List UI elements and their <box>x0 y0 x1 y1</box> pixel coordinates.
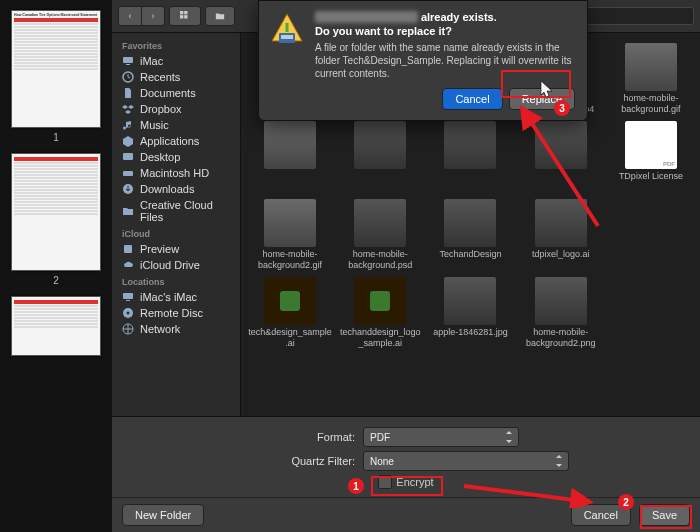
format-popup[interactable]: PDF <box>363 427 519 447</box>
desktop-icon <box>122 151 134 163</box>
file-label: home-mobile-background.psd <box>338 249 422 271</box>
file-thumb-icon <box>354 199 406 247</box>
file-label <box>519 171 603 193</box>
file-item[interactable]: home-mobile-background2.gif <box>248 197 332 271</box>
sidebar-item-music[interactable]: Music <box>112 117 240 133</box>
file-thumb-icon <box>264 199 316 247</box>
page-thumb-2[interactable] <box>11 153 101 271</box>
file-thumb-icon <box>535 277 587 325</box>
globe-icon <box>122 323 134 335</box>
warning-icon <box>269 11 305 47</box>
svg-rect-19 <box>281 35 293 39</box>
quartz-filter-label: Quartz Filter: <box>205 455 355 467</box>
svg-rect-4 <box>123 57 133 63</box>
file-item[interactable]: apple-1846281.jpg <box>428 275 512 349</box>
sidebar-item-network[interactable]: Network <box>112 321 240 337</box>
hd-icon <box>122 167 134 179</box>
file-thumb-icon <box>264 277 316 325</box>
sidebar: Favorites iMac Recents Documents Dropbox… <box>112 33 241 416</box>
file-item[interactable]: home-mobile-background.gif <box>609 41 693 115</box>
file-item[interactable] <box>428 119 512 193</box>
file-item[interactable]: home-mobile-background.psd <box>338 197 422 271</box>
sidebar-item-documents[interactable]: Documents <box>112 85 240 101</box>
sidebar-heading-locations: Locations <box>112 273 240 289</box>
grid-icon <box>179 11 191 21</box>
format-label: Format: <box>205 431 355 443</box>
sidebar-item-macintosh-hd[interactable]: Macintosh HD <box>112 165 240 181</box>
app-icon <box>122 135 134 147</box>
sidebar-item-remote-disc[interactable]: Remote Disc <box>112 305 240 321</box>
file-item[interactable]: tech&design_sample.ai <box>248 275 332 349</box>
sidebar-item-recents[interactable]: Recents <box>112 69 240 85</box>
page-thumb-3[interactable] <box>11 296 101 356</box>
file-thumb-icon <box>444 199 496 247</box>
file-thumb-icon <box>535 199 587 247</box>
group-button[interactable] <box>205 6 235 26</box>
save-button[interactable]: Save <box>639 504 690 526</box>
quartz-filter-popup[interactable]: None <box>363 451 569 471</box>
svg-rect-5 <box>126 64 130 65</box>
file-label <box>338 171 422 193</box>
sidebar-item-preview[interactable]: Preview <box>112 241 240 257</box>
forward-button[interactable]: › <box>142 6 165 26</box>
file-thumb-icon <box>444 121 496 169</box>
sidebar-item-imacs-imac[interactable]: iMac's iMac <box>112 289 240 305</box>
cancel-button[interactable]: Cancel <box>571 504 631 526</box>
file-thumb-icon <box>444 277 496 325</box>
sidebar-item-desktop[interactable]: Desktop <box>112 149 240 165</box>
file-thumb-icon <box>354 121 406 169</box>
replace-dialog: xxxxxxx already exists. Do you want to r… <box>258 0 588 121</box>
file-item[interactable] <box>338 119 422 193</box>
svg-rect-2 <box>180 15 183 18</box>
file-thumb-icon <box>264 121 316 169</box>
dialog-body: A file or folder with the same name alre… <box>315 41 575 80</box>
file-item[interactable]: tdpixel_logo.ai <box>519 197 603 271</box>
file-item[interactable] <box>248 119 332 193</box>
svg-point-14 <box>127 312 130 315</box>
svg-rect-1 <box>184 11 187 14</box>
page-thumb-1[interactable]: How Canadian Tire Options Mastercard Sta… <box>11 10 101 128</box>
file-item[interactable]: home-mobile-background2.png <box>519 275 603 349</box>
view-mode-button[interactable] <box>169 6 201 26</box>
svg-rect-16 <box>286 23 289 32</box>
sidebar-item-applications[interactable]: Applications <box>112 133 240 149</box>
file-label <box>428 171 512 193</box>
file-label: techanddesign_logo_sample.ai <box>338 327 422 349</box>
file-label: apple-1846281.jpg <box>428 327 512 349</box>
sidebar-item-icloud-drive[interactable]: iCloud Drive <box>112 257 240 273</box>
sidebar-item-downloads[interactable]: Downloads <box>112 181 240 197</box>
sidebar-item-imac[interactable]: iMac <box>112 53 240 69</box>
sidebar-item-creative-cloud[interactable]: Creative Cloud Files <box>112 197 240 225</box>
display-icon <box>122 55 134 67</box>
folder-group-icon <box>214 11 226 21</box>
svg-rect-0 <box>180 11 183 14</box>
file-label: home-mobile-background.gif <box>609 93 693 115</box>
dropbox-icon <box>122 103 134 115</box>
file-item[interactable]: techanddesign_logo_sample.ai <box>338 275 422 349</box>
checkbox-icon <box>378 475 392 489</box>
file-thumb-icon <box>625 121 677 169</box>
sidebar-item-dropbox[interactable]: Dropbox <box>112 101 240 117</box>
disc-icon <box>122 307 134 319</box>
file-label: home-mobile-background2.png <box>519 327 603 349</box>
display-icon <box>122 291 134 303</box>
file-item[interactable] <box>519 119 603 193</box>
svg-rect-10 <box>124 245 132 253</box>
clock-icon <box>122 71 134 83</box>
dialog-replace-button[interactable]: Replace <box>509 88 575 110</box>
new-folder-button[interactable]: New Folder <box>122 504 204 526</box>
file-label: tech&design_sample.ai <box>248 327 332 349</box>
file-label: home-mobile-background2.gif <box>248 249 332 271</box>
page-number-2: 2 <box>8 275 104 286</box>
dialog-cancel-button[interactable]: Cancel <box>442 88 502 110</box>
file-item[interactable]: TDpixel License <box>609 119 693 193</box>
file-item[interactable]: TechandDesign <box>428 197 512 271</box>
sheet-button-bar: New Folder Cancel Save <box>112 497 700 532</box>
encrypt-label: Encrypt <box>396 476 433 488</box>
sidebar-heading-favorites: Favorites <box>112 37 240 53</box>
file-label: TDpixel License <box>609 171 693 193</box>
back-button[interactable]: ‹ <box>118 6 142 26</box>
dialog-title: xxxxxxx already exists. <box>315 11 575 23</box>
svg-rect-3 <box>184 15 187 18</box>
encrypt-checkbox[interactable]: Encrypt <box>378 475 433 489</box>
